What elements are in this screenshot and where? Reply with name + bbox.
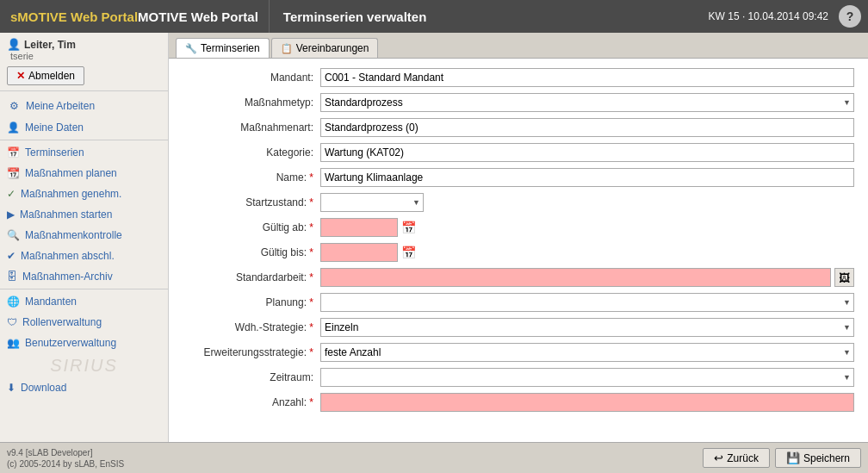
footer-copyright: (c) 2005-2014 by sLAB, EnSIS bbox=[7, 458, 124, 470]
tab-terminserien[interactable]: 🔧 Terminserien bbox=[176, 38, 270, 58]
sidebar-divider-1 bbox=[0, 140, 168, 140]
back-button[interactable]: ↩ Zurück bbox=[703, 448, 770, 468]
input-kategorie[interactable] bbox=[320, 143, 854, 162]
sidebar-item-massnahmen-genehmigen[interactable]: ✓ Maßnahmen genehm. bbox=[0, 184, 168, 204]
label-massnahmenart: Maßnahmenart: bbox=[183, 121, 320, 134]
value-gueltig-ab: 📅 bbox=[320, 218, 416, 237]
value-erweiterungsstrategie: feste Anzahl ▼ bbox=[320, 343, 854, 362]
select-wdh-strategie[interactable]: Einzeln bbox=[320, 318, 854, 337]
form-row-massnahmenart: Maßnahmenart: bbox=[183, 117, 854, 138]
form-row-erweiterungsstrategie: Erweiterungsstrategie: * feste Anzahl ▼ bbox=[183, 342, 854, 363]
help-button[interactable]: ? bbox=[839, 5, 861, 28]
input-mandant[interactable] bbox=[320, 68, 854, 87]
form-row-gueltig-ab: Gültig ab: * 📅 bbox=[183, 217, 854, 238]
start-icon: ▶ bbox=[7, 208, 15, 221]
logout-button[interactable]: ✕ Abmelden bbox=[7, 66, 84, 85]
sidebar-item-download[interactable]: ⬇ Download bbox=[0, 377, 168, 398]
label-gueltig-bis: Gültig bis: * bbox=[183, 246, 320, 258]
label-anzahl: Anzahl: * bbox=[183, 396, 320, 408]
save-button[interactable]: 💾 Speichern bbox=[775, 448, 861, 468]
wrench-icon: 🔧 bbox=[185, 43, 197, 54]
footer: v9.4 [sLAB Developer] (c) 2005-2014 by s… bbox=[0, 442, 868, 473]
select-startzustand[interactable] bbox=[320, 193, 424, 212]
check-icon: ✓ bbox=[7, 188, 16, 200]
value-standardarbeit: 🖼 bbox=[320, 268, 854, 287]
doc-icon: 📋 bbox=[281, 43, 293, 54]
form-row-gueltig-bis: Gültig bis: * 📅 bbox=[183, 242, 854, 263]
input-gueltig-ab[interactable] bbox=[320, 218, 398, 237]
calendar-icon: 📅 bbox=[7, 146, 20, 159]
value-massnahmetyp: Standardprozess ▼ bbox=[320, 93, 854, 112]
sidebar-item-benutzerverwaltung[interactable]: 👥 Benutzerverwaltung bbox=[0, 333, 168, 353]
value-planung: ▼ bbox=[320, 293, 854, 312]
label-kategorie: Kategorie: bbox=[183, 146, 320, 159]
header-logo: sMOTIVE Web PortalMOTIVE Web Portal bbox=[0, 0, 270, 33]
form-row-massnahmetyp: Maßnahmetyp: Standardprozess ▼ bbox=[183, 92, 854, 113]
x-icon: ✕ bbox=[16, 70, 25, 82]
input-anzahl[interactable] bbox=[320, 393, 854, 412]
sidebar-item-massnahmen-archiv[interactable]: 🗄 Maßnahmen-Archiv bbox=[0, 266, 168, 287]
label-mandant: Mandant: bbox=[183, 72, 320, 84]
tab-vereinbarungen[interactable]: 📋 Vereinbarungen bbox=[271, 38, 379, 58]
value-name bbox=[320, 168, 854, 187]
control-icon: 🔍 bbox=[7, 229, 20, 241]
sidebar-item-rollenverwaltung[interactable]: 🛡 Rollenverwaltung bbox=[0, 312, 168, 333]
username: 👤 Leiter, Tim bbox=[7, 38, 161, 51]
tab-bar: 🔧 Terminserien 📋 Vereinbarungen bbox=[169, 33, 868, 59]
finish-icon: ✔ bbox=[7, 250, 16, 262]
person-icon: 👤 bbox=[7, 121, 20, 134]
value-mandant bbox=[320, 68, 854, 87]
globe-icon: 🌐 bbox=[7, 296, 20, 308]
sidebar-items: ⚙ Meine Arbeiten 👤 Meine Daten 📅 Termins… bbox=[0, 91, 168, 401]
sidebar-item-terminserien[interactable]: 📅 Terminserien bbox=[0, 142, 168, 163]
form-row-standardarbeit: Standardarbeit: * 🖼 bbox=[183, 267, 854, 288]
label-erweiterungsstrategie: Erweiterungsstrategie: * bbox=[183, 346, 320, 358]
sidebar-item-massnahmen-starten[interactable]: ▶ Maßnahmen starten bbox=[0, 204, 168, 225]
calendar-icon-ab[interactable]: 📅 bbox=[401, 221, 416, 234]
content-area: 🔧 Terminserien 📋 Vereinbarungen Mandant:… bbox=[169, 33, 868, 442]
label-massnahmetyp: Maßnahmetyp: bbox=[183, 96, 320, 109]
form-row-mandant: Mandant: bbox=[183, 67, 854, 88]
calendar-icon-bis[interactable]: 📅 bbox=[401, 246, 416, 259]
select-zeitraum[interactable] bbox=[320, 368, 854, 387]
sidebar-item-meine-arbeiten[interactable]: ⚙ Meine Arbeiten bbox=[0, 95, 168, 117]
sidebar-divider-2 bbox=[0, 289, 168, 289]
user-role: tserie bbox=[7, 51, 161, 61]
label-zeitraum: Zeitraum: bbox=[183, 371, 320, 383]
sidebar-item-massnahmen-abschliessen[interactable]: ✔ Maßnahmen abschl. bbox=[0, 246, 168, 266]
download-icon: ⬇ bbox=[7, 382, 16, 394]
form-row-kategorie: Kategorie: bbox=[183, 142, 854, 163]
value-startzustand: ▼ bbox=[320, 193, 424, 212]
users-icon: 👥 bbox=[7, 337, 20, 349]
input-standardarbeit[interactable] bbox=[320, 268, 831, 287]
user-section: 👤 Leiter, Tim tserie ✕ Abmelden bbox=[0, 33, 168, 91]
input-name[interactable] bbox=[320, 168, 854, 187]
label-name: Name: * bbox=[183, 171, 320, 184]
value-kategorie bbox=[320, 143, 854, 162]
sidebar-item-meine-daten[interactable]: 👤 Meine Daten bbox=[0, 117, 168, 138]
input-gueltig-bis[interactable] bbox=[320, 243, 398, 262]
value-zeitraum: ▼ bbox=[320, 368, 854, 387]
label-wdh-strategie: Wdh.-Strategie: * bbox=[183, 321, 320, 333]
input-massnahmenart[interactable] bbox=[320, 118, 854, 137]
sidebar-item-massnahmen-planen[interactable]: 📆 Maßnahmen planen bbox=[0, 163, 168, 184]
select-erweiterungsstrategie[interactable]: feste Anzahl bbox=[320, 343, 854, 362]
header-datetime: KW 15 · 10.04.2014 09:42 bbox=[698, 10, 839, 22]
form-row-planung: Planung: * ▼ bbox=[183, 292, 854, 313]
sidebar: 👤 Leiter, Tim tserie ✕ Abmelden ⚙ Meine … bbox=[0, 33, 169, 442]
person-icon: 👤 bbox=[7, 38, 21, 51]
value-massnahmenart bbox=[320, 118, 854, 137]
form-row-startzustand: Startzustand: * ▼ bbox=[183, 192, 854, 213]
archive-icon: 🗄 bbox=[7, 271, 17, 283]
sidebar-item-mandanten[interactable]: 🌐 Mandanten bbox=[0, 291, 168, 312]
shield-icon: 🛡 bbox=[7, 316, 17, 328]
folder-button[interactable]: 🖼 bbox=[834, 268, 854, 287]
form-row-wdh-strategie: Wdh.-Strategie: * Einzeln ▼ bbox=[183, 317, 854, 338]
back-icon: ↩ bbox=[714, 451, 723, 464]
sidebar-item-massnahmenkontrolle[interactable]: 🔍 Maßnahmenkontrolle bbox=[0, 225, 168, 246]
form-row-name: Name: * bbox=[183, 167, 854, 188]
label-startzustand: Startzustand: * bbox=[183, 196, 320, 208]
value-anzahl bbox=[320, 393, 854, 412]
select-massnahmetyp[interactable]: Standardprozess bbox=[320, 93, 854, 112]
select-planung[interactable] bbox=[320, 293, 854, 312]
